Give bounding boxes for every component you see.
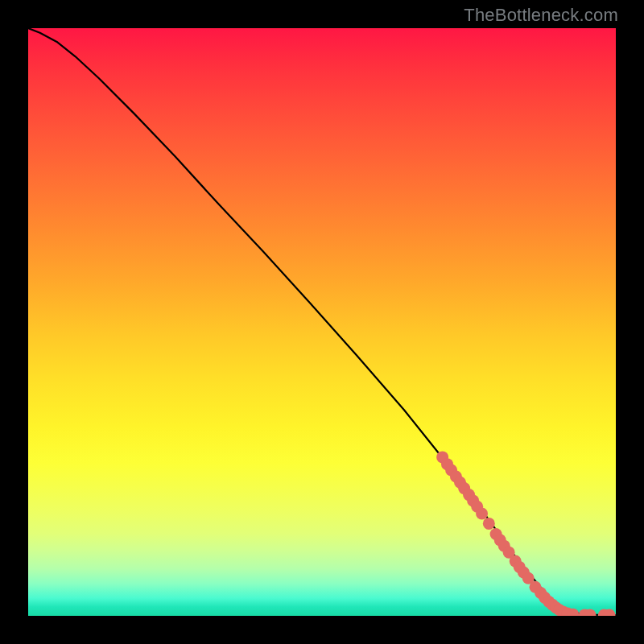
watermark-text: TheBottleneck.com <box>464 5 618 26</box>
data-point <box>476 507 488 519</box>
plot-area <box>28 28 616 616</box>
chart-svg <box>28 28 616 616</box>
bottleneck-curve <box>28 28 616 615</box>
data-point <box>483 518 495 530</box>
chart-frame: TheBottleneck.com <box>0 0 644 644</box>
data-points <box>436 451 615 616</box>
